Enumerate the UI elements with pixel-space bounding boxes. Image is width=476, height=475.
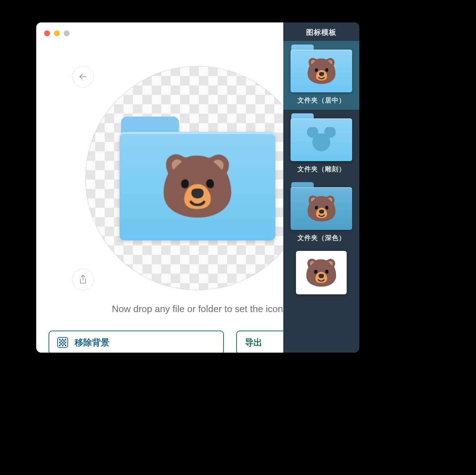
svg-rect-8	[65, 339, 66, 340]
sidebar-title: 图标模板	[283, 22, 359, 41]
share-button[interactable]	[72, 269, 94, 290]
templates-sidebar: 图标模板 🐻 文件夹（居中） 文件夹（雕刻） 🐻 文件夹（深色） 🐻	[283, 22, 359, 353]
svg-rect-10	[63, 340, 65, 342]
svg-rect-15	[63, 343, 65, 345]
template-thumb: 🐻	[291, 45, 352, 92]
svg-rect-16	[59, 345, 60, 346]
export-label: 导出	[245, 337, 262, 348]
template-label: 文件夹（雕刻）	[297, 165, 346, 173]
engraved-silhouette-icon	[307, 127, 336, 152]
template-folder-dark[interactable]: 🐻 文件夹（深色）	[283, 178, 359, 247]
template-label: 文件夹（深色）	[297, 234, 346, 242]
icon-preview-canvas[interactable]: 🐻	[85, 66, 310, 290]
template-thumb: 🐻	[296, 251, 347, 294]
remove-bg-icon	[57, 337, 68, 348]
arrow-left-icon	[78, 72, 88, 81]
folder-preview: 🐻	[120, 117, 275, 240]
svg-rect-6	[59, 339, 60, 340]
remove-bg-label: 移除背景	[75, 337, 109, 348]
svg-rect-18	[65, 345, 66, 346]
svg-rect-11	[59, 342, 60, 343]
svg-rect-13	[65, 342, 66, 343]
template-thumb: 🐻	[291, 182, 352, 229]
share-icon	[79, 274, 87, 285]
template-thumb	[291, 113, 352, 160]
svg-rect-12	[62, 342, 63, 343]
overlay-emoji: 🐻	[159, 150, 236, 222]
template-label: 文件夹（居中）	[297, 96, 346, 105]
svg-rect-9	[60, 340, 62, 342]
svg-rect-14	[60, 343, 62, 345]
svg-rect-7	[62, 339, 63, 340]
template-folder-engraved[interactable]: 文件夹（雕刻）	[283, 110, 359, 178]
back-button[interactable]	[72, 66, 94, 88]
svg-rect-17	[62, 345, 63, 346]
template-paper[interactable]: 🐻	[283, 247, 359, 294]
remove-background-button[interactable]: 移除背景	[49, 331, 224, 353]
template-folder-center[interactable]: 🐻 文件夹（居中）	[283, 41, 359, 110]
